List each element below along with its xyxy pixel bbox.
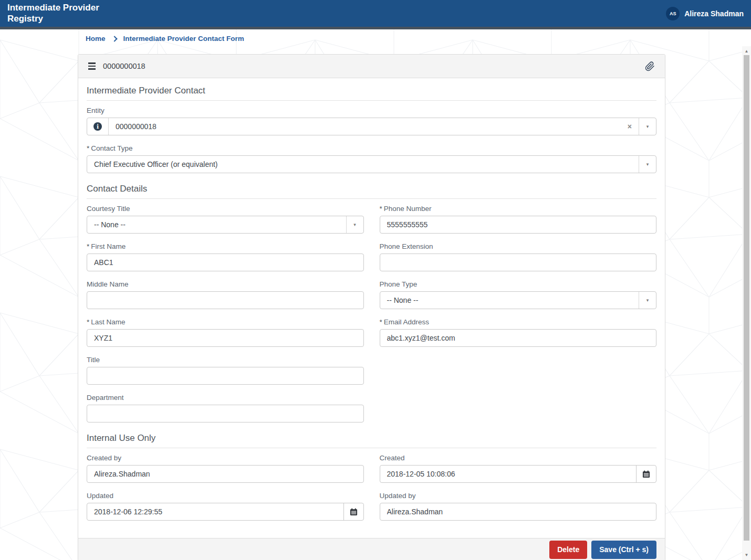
field-phone-extension: Phone Extension	[380, 242, 657, 271]
field-first-name: *First Name	[87, 242, 364, 271]
user-menu[interactable]: AS Alireza Shadman	[666, 7, 744, 20]
updated-by-input[interactable]	[380, 503, 657, 521]
phone-type-value[interactable]: -- None --	[380, 292, 639, 309]
field-entity: Entity i 0000000018 × ▾	[87, 107, 656, 135]
field-middle-name: Middle Name	[87, 280, 364, 309]
phone-type-label: Phone Type	[380, 280, 657, 288]
clear-icon[interactable]: ×	[621, 118, 639, 135]
field-phone-type: Phone Type -- None -- ▾	[380, 280, 657, 309]
chevron-right-icon	[111, 36, 117, 41]
calendar-icon	[350, 508, 358, 516]
courtesy-title-dropdown-button[interactable]: ▾	[346, 216, 363, 233]
section-heading-provider-contact: Intermediate Provider Contact	[87, 86, 656, 101]
courtesy-title-value[interactable]: -- None --	[87, 216, 346, 233]
created-value[interactable]: 2018-12-05 10:08:06	[380, 466, 637, 482]
field-email-address: *Email Address	[380, 318, 657, 347]
phone-number-input[interactable]	[380, 216, 657, 234]
record-card-header: 0000000018	[78, 55, 665, 78]
last-name-label: *Last Name	[87, 318, 364, 326]
contact-type-value[interactable]: Chief Executive Officer (or equivalent)	[87, 156, 639, 173]
app-title: Intermediate Provider Registry	[7, 3, 118, 24]
grid-spacer	[380, 394, 657, 431]
entity-label: Entity	[87, 107, 656, 114]
updated-datetime-input[interactable]: 2018-12-06 12:29:55	[87, 503, 364, 521]
chevron-down-icon: ▾	[646, 162, 649, 167]
updated-label: Updated	[87, 492, 364, 500]
email-address-label-text: Email Address	[384, 318, 429, 326]
entity-preview-button[interactable]: i	[87, 118, 109, 135]
created-datetime-input[interactable]: 2018-12-05 10:08:06	[380, 465, 657, 483]
user-name: Alireza Shadman	[684, 9, 744, 18]
record-card-footer: Delete Save (Ctrl + s)	[78, 538, 665, 560]
user-avatar[interactable]: AS	[666, 7, 680, 20]
updated-by-label: Updated by	[380, 492, 657, 500]
contact-type-label-text: Contact Type	[91, 144, 132, 152]
required-marker: *	[380, 318, 382, 326]
phone-number-label: *Phone Number	[380, 205, 657, 213]
required-marker: *	[87, 144, 89, 152]
record-card: 0000000018 Intermediate Provider Contact…	[78, 54, 665, 560]
paperclip-icon[interactable]	[645, 61, 655, 71]
first-name-label-text: First Name	[91, 242, 126, 250]
contact-type-dropdown-button[interactable]: ▾	[639, 156, 656, 173]
field-courtesy-title: Courtesy Title -- None -- ▾	[87, 205, 364, 234]
title-input[interactable]	[87, 367, 364, 385]
entity-reference-input[interactable]: i 0000000018 × ▾	[87, 118, 656, 135]
required-marker: *	[380, 205, 382, 213]
section-heading-contact-details: Contact Details	[87, 184, 656, 199]
breadcrumb-current-link[interactable]: Intermediate Provider Contact Form	[123, 35, 244, 43]
courtesy-title-select[interactable]: -- None -- ▾	[87, 216, 364, 234]
breadcrumb: Home Intermediate Provider Contact Form	[86, 35, 244, 43]
field-last-name: *Last Name	[87, 318, 364, 347]
last-name-input[interactable]	[87, 329, 364, 347]
scroll-up-icon[interactable]: ▲	[742, 47, 751, 55]
created-by-label: Created by	[87, 454, 364, 462]
created-by-input[interactable]	[87, 465, 364, 483]
phone-extension-label: Phone Extension	[380, 242, 657, 250]
chevron-down-icon: ▾	[646, 124, 649, 129]
calendar-icon	[642, 470, 650, 478]
phone-extension-input[interactable]	[380, 253, 657, 271]
department-input[interactable]	[87, 405, 364, 422]
internal-use-grid: Created by Created 2018-12-05 10:08:06	[87, 454, 656, 530]
department-label: Department	[87, 394, 364, 401]
first-name-input[interactable]	[87, 253, 364, 271]
field-updated-by: Updated by	[380, 492, 657, 521]
chevron-down-icon: ▾	[353, 223, 356, 227]
hamburger-menu-icon[interactable]	[88, 62, 96, 70]
phone-type-dropdown-button[interactable]: ▾	[639, 292, 656, 309]
middle-name-input[interactable]	[87, 291, 364, 309]
breadcrumb-home-link[interactable]: Home	[86, 35, 106, 43]
contact-type-select[interactable]: Chief Executive Officer (or equivalent) …	[87, 155, 656, 173]
created-calendar-button[interactable]	[636, 466, 656, 482]
entity-dropdown-button[interactable]: ▾	[639, 118, 656, 135]
email-address-input[interactable]	[380, 329, 657, 347]
updated-value[interactable]: 2018-12-06 12:29:55	[87, 503, 343, 520]
courtesy-title-label: Courtesy Title	[87, 205, 364, 213]
contact-type-label: *Contact Type	[87, 144, 656, 152]
record-number: 0000000018	[103, 62, 145, 70]
save-button[interactable]: Save (Ctrl + s)	[591, 541, 656, 559]
field-created: Created 2018-12-05 10:08:06	[380, 454, 657, 483]
field-phone-number: *Phone Number	[380, 205, 657, 234]
scroll-down-icon[interactable]: ▼	[742, 551, 751, 559]
updated-calendar-button[interactable]	[343, 503, 363, 520]
header-divider	[0, 27, 751, 29]
section-heading-internal-use: Internal Use Only	[87, 433, 656, 448]
record-card-body: Intermediate Provider Contact Entity i 0…	[78, 78, 665, 538]
field-contact-type: *Contact Type Chief Executive Officer (o…	[87, 144, 656, 173]
first-name-label: *First Name	[87, 242, 364, 250]
app-header: Intermediate Provider Registry AS Alirez…	[0, 0, 751, 27]
vertical-scrollbar[interactable]: ▲ ▼	[742, 46, 751, 560]
chevron-down-icon: ▾	[646, 298, 649, 303]
created-label: Created	[380, 454, 657, 462]
field-title: Title	[87, 356, 364, 385]
phone-type-select[interactable]: -- None -- ▾	[380, 291, 657, 309]
entity-value[interactable]: 0000000018	[109, 118, 621, 135]
scrollbar-thumb[interactable]	[744, 55, 749, 541]
grid-spacer	[380, 356, 657, 394]
info-icon: i	[93, 122, 102, 131]
phone-number-label-text: Phone Number	[384, 205, 432, 213]
field-updated: Updated 2018-12-06 12:29:55	[87, 492, 364, 521]
delete-button[interactable]: Delete	[549, 541, 587, 559]
